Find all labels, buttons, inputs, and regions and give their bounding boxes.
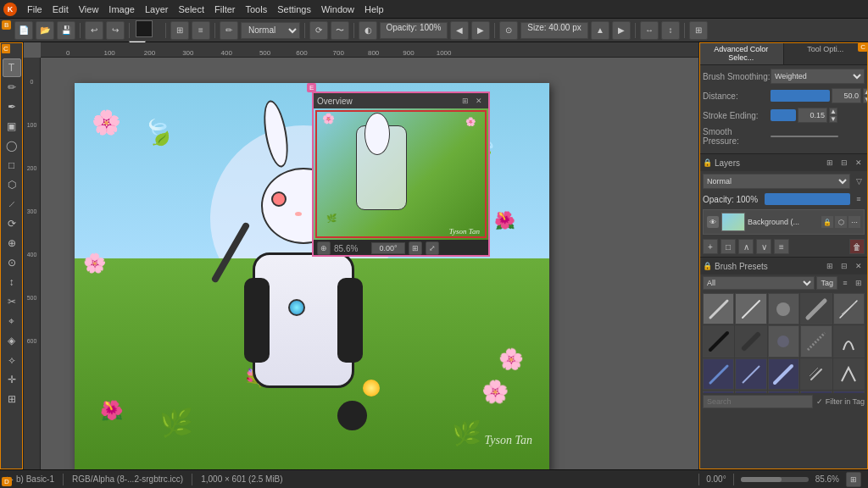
overview-angle-input[interactable] [371, 242, 405, 254]
overview-expand-btn[interactable]: ⊞ [459, 95, 471, 107]
tab-advanced-color[interactable]: Advanced Color Selec... [699, 42, 784, 64]
freehand-brush-btn[interactable]: ✏ [3, 78, 21, 97]
calligraphy-btn[interactable]: ✒ [3, 97, 21, 116]
brush-item-13[interactable] [768, 358, 799, 390]
menu-tools[interactable]: Tools [241, 3, 273, 16]
new-file-button[interactable]: 📄 [14, 21, 33, 40]
zoom-fit-btn[interactable]: ⊞ [846, 472, 861, 487]
wrap-around-btn[interactable]: ⟳ [309, 21, 328, 40]
brush-presets-copy-btn[interactable]: ⊞ [824, 260, 836, 272]
opacity-down-btn[interactable]: ◀ [450, 21, 469, 40]
mirror-h-btn[interactable]: ↔ [640, 21, 659, 40]
layers-settings-btn[interactable]: ⊟ [838, 157, 850, 169]
tag-button[interactable]: Tag [816, 276, 837, 290]
size-display[interactable]: Size: 40.00 px [520, 22, 588, 39]
color-selector[interactable] [136, 20, 159, 41]
brush-item-16[interactable] [703, 391, 734, 393]
opacity-up-btn[interactable]: ▶ [471, 21, 490, 40]
pattern-btn[interactable]: ⊞ [170, 21, 189, 40]
path-btn[interactable]: ⟳ [3, 214, 21, 233]
brush-item-18[interactable] [768, 391, 799, 393]
menu-layer[interactable]: Layer [140, 3, 174, 16]
canvas-content[interactable]: 🌸 🌸 🌸 🌸 🌸 🌺 🌺 💐 🍃 🍃 🌿 🌿 [41, 58, 698, 469]
add-group-btn[interactable]: □ [721, 239, 736, 254]
text-tool-btn[interactable]: T [3, 58, 21, 77]
status-tab[interactable]: ▶ b) Basic-1 [7, 474, 54, 484]
brush-presets-settings-btn[interactable]: ⊟ [838, 260, 850, 272]
menu-image[interactable]: Image [103, 3, 140, 16]
brush-item-11[interactable] [703, 358, 734, 390]
menu-settings[interactable]: Settings [272, 3, 316, 16]
undo-button[interactable]: ↩ [85, 21, 103, 40]
size-up-btn[interactable]: ▶ [612, 21, 631, 40]
brush-item-2[interactable] [735, 293, 766, 324]
zoom-bar[interactable] [741, 477, 809, 482]
menu-filter[interactable]: Filter [209, 3, 240, 16]
blend-mode-select[interactable]: Normal [241, 22, 300, 39]
bezier-select-btn[interactable]: ⌖ [3, 312, 21, 330]
menu-select[interactable]: Select [173, 3, 209, 16]
brush-item-3[interactable] [768, 293, 799, 324]
move-up-btn[interactable]: ∧ [738, 239, 754, 254]
brush-item-20[interactable] [833, 391, 865, 393]
similar-select-btn[interactable]: ✂ [3, 292, 21, 311]
polyline-btn[interactable]: ⟋ [3, 195, 21, 214]
brush-item-19[interactable] [800, 391, 832, 393]
layer-visibility-btn[interactable]: 👁 [707, 216, 719, 228]
brush-item-17[interactable] [735, 391, 766, 393]
layer-lock-btn[interactable]: 🔒 [821, 216, 833, 228]
brush-item-5[interactable] [833, 293, 865, 324]
brush-item-12[interactable] [735, 358, 766, 390]
rect-btn[interactable]: □ [3, 156, 21, 175]
overview-fit-btn[interactable]: ⊕ [317, 241, 331, 255]
brush-item-10[interactable] [833, 325, 865, 357]
ellipse-btn[interactable]: ◯ [3, 136, 21, 155]
layer-settings-btn[interactable]: ⋯ [849, 216, 860, 228]
save-file-button[interactable]: 💾 [57, 21, 75, 40]
presets-view-btn[interactable]: ≡ [839, 277, 851, 289]
brush-item-15[interactable] [833, 358, 865, 390]
add-layer-btn[interactable]: + [703, 239, 718, 254]
brush-item-14[interactable] [800, 358, 832, 390]
menu-window[interactable]: Window [316, 3, 359, 16]
layers-copy-btn[interactable]: ⊞ [824, 157, 836, 169]
distance-input[interactable] [832, 88, 861, 103]
fill-tool-btn[interactable]: ▣ [3, 117, 21, 136]
brush-item-9[interactable] [800, 325, 832, 357]
tab-tool-options[interactable]: Tool Opti... [784, 42, 869, 64]
brush-item-8[interactable] [768, 325, 799, 357]
mirror-v-btn[interactable]: ↕ [661, 21, 680, 40]
stroke-ending-down-btn[interactable]: ▼ [829, 115, 837, 123]
gradients-btn[interactable]: ≡ [192, 21, 210, 40]
move-btn[interactable]: ✛ [3, 370, 21, 389]
brush-item-4[interactable] [800, 293, 832, 324]
transform-btn[interactable]: ⟡ [3, 351, 21, 369]
magnetic-select-btn[interactable]: ◈ [3, 331, 21, 350]
menu-view[interactable]: View [74, 3, 104, 16]
overview-title-bar[interactable]: Overview E ⊞ ✕ [314, 93, 488, 108]
layers-filter-btn[interactable]: ▽ [853, 175, 865, 187]
overview-reset-btn[interactable]: ⊞ [409, 241, 422, 255]
overview-mirror-btn[interactable]: ⤢ [426, 241, 439, 255]
redo-button[interactable]: ↪ [106, 21, 125, 40]
stroke-ending-input[interactable] [798, 108, 827, 123]
brush-presets-filter[interactable]: All [703, 276, 815, 290]
select-ellipse-btn[interactable]: ⊙ [3, 253, 21, 272]
overview-panel[interactable]: Overview E ⊞ ✕ 🌸 🌸 🌿 Tyson [312, 92, 490, 257]
distance-slider[interactable] [771, 90, 830, 102]
foreground-color[interactable] [136, 20, 153, 37]
delete-layer-btn[interactable]: 🗑 [849, 239, 865, 254]
layer-item-background[interactable]: 👁 Background (... 🔒 ⬡ ⋯ [703, 209, 865, 235]
brush-item-1[interactable] [703, 293, 734, 324]
brush-smoothing-select[interactable]: Weighted [771, 69, 865, 84]
canvas-area[interactable]: 0 100 200 300 400 500 600 700 800 900 10… [24, 42, 698, 469]
move-down-btn[interactable]: ∨ [756, 239, 771, 254]
canvas-mode-btn[interactable]: ⊞ [689, 21, 708, 40]
distance-up-btn[interactable]: ▲ [863, 88, 868, 96]
smoothing-btn[interactable]: 〜 [331, 21, 349, 40]
menu-help[interactable]: Help [359, 3, 389, 16]
distance-down-btn[interactable]: ▼ [863, 96, 868, 103]
menu-file[interactable]: File [22, 3, 47, 16]
stroke-ending-up-btn[interactable]: ▲ [829, 108, 837, 115]
layers-close-btn[interactable]: ✕ [853, 157, 865, 169]
